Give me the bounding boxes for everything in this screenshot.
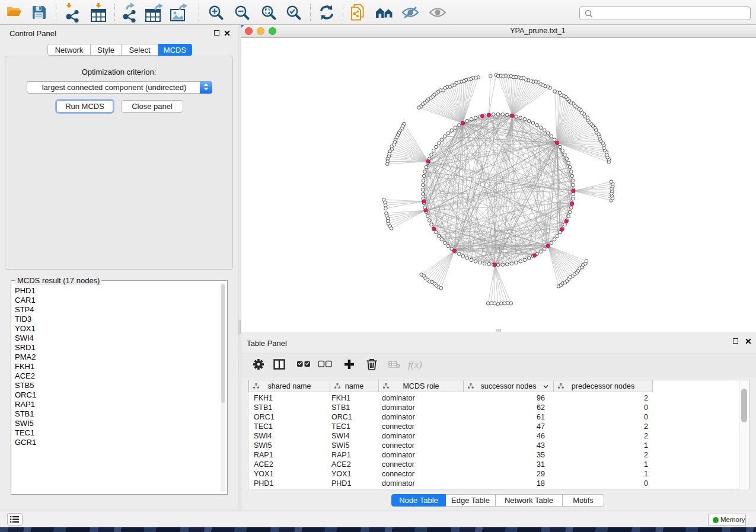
svg-text:f(x): f(x) [408,359,422,370]
